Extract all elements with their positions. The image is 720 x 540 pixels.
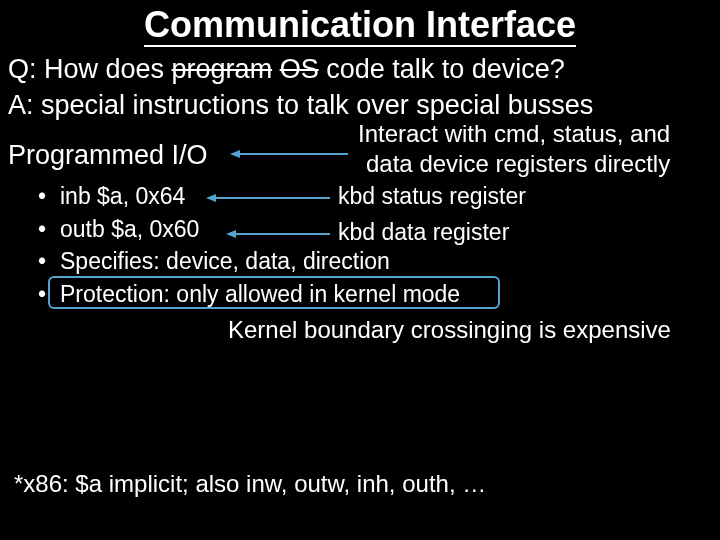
- programmed-io-label: Programmed I/O: [8, 140, 208, 171]
- footnote: *x86: $a implicit; also inw, outw, inh, …: [14, 470, 486, 498]
- arrow-outb-icon: [224, 224, 334, 244]
- bullet-text: outb $a, 0x60: [60, 213, 199, 246]
- interact-note-line1: Interact with cmd, status, and: [358, 120, 670, 149]
- bullet-text: inb $a, 0x64: [60, 180, 185, 213]
- answer-line: A: special instructions to talk over spe…: [8, 90, 593, 121]
- bullet-dot-icon: •: [38, 213, 60, 246]
- q-prefix: Q: How does: [8, 54, 172, 84]
- svg-marker-5: [226, 230, 236, 238]
- kbd-status-label: kbd status register: [338, 183, 526, 210]
- bullet-dot-icon: •: [38, 180, 60, 213]
- question-line: Q: How does program OS code talk to devi…: [8, 54, 565, 85]
- slide-title: Communication Interface: [0, 4, 720, 46]
- arrow-pio-icon: [228, 144, 352, 164]
- kbd-data-label: kbd data register: [338, 219, 509, 246]
- q-strike-os: OS: [280, 54, 319, 84]
- slide: Communication Interface Q: How does prog…: [0, 0, 720, 540]
- protection-highlight-box: [48, 276, 500, 309]
- svg-marker-3: [206, 194, 216, 202]
- bullet-text: Specifies: device, data, direction: [60, 245, 390, 278]
- kernel-note: Kernel boundary crossinging is expensive: [228, 316, 671, 344]
- interact-note-line2: data device registers directly: [366, 150, 670, 178]
- svg-marker-1: [230, 150, 240, 158]
- title-text: Communication Interface: [144, 4, 576, 47]
- q-mid: [272, 54, 280, 84]
- q-suffix: code talk to device?: [319, 54, 565, 84]
- arrow-inb-icon: [204, 188, 334, 208]
- list-item: •Specifies: device, data, direction: [38, 245, 460, 278]
- bullet-dot-icon: •: [38, 245, 60, 278]
- q-strike-program: program: [172, 54, 273, 84]
